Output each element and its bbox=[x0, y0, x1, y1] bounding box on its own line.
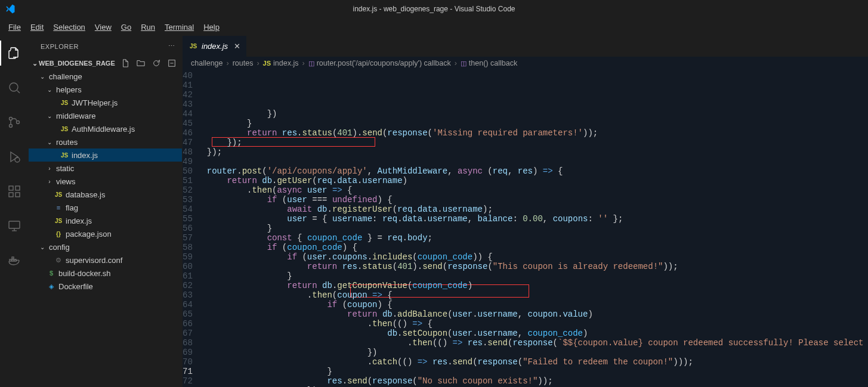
menu-selection[interactable]: Selection bbox=[48, 20, 89, 34]
menu-view[interactable]: View bbox=[90, 20, 116, 34]
breadcrumb-symbol[interactable]: router.post('/api/coupons/apply') callba… bbox=[317, 59, 451, 67]
folder-name: WEB_DIOGENES_RAGE bbox=[39, 60, 115, 67]
tab-indexjs[interactable]: JS index.js ✕ bbox=[183, 36, 247, 57]
docker-file-icon: ◈ bbox=[47, 283, 56, 290]
folder-static[interactable]: ›static bbox=[29, 162, 182, 175]
svg-rect-10 bbox=[10, 259, 11, 261]
chevron-right-icon: › bbox=[226, 59, 230, 67]
window-title: index.js - web_diogenes_rage - Visual St… bbox=[353, 5, 515, 13]
breadcrumb-folder[interactable]: routes bbox=[233, 59, 254, 67]
collapse-icon[interactable] bbox=[168, 59, 176, 67]
remote-explorer-icon[interactable] bbox=[0, 213, 29, 239]
chevron-down-icon: ⌄ bbox=[38, 73, 47, 80]
file-package-json[interactable]: {}package.json bbox=[29, 227, 182, 240]
svg-rect-11 bbox=[12, 259, 14, 261]
sidebar-more-icon[interactable]: ⋯ bbox=[168, 42, 175, 50]
js-file-icon: JS bbox=[60, 100, 69, 106]
file-dockerfile[interactable]: ◈Dockerfile bbox=[29, 280, 182, 293]
code-editor[interactable]: 4041424344454647484950515253545556575859… bbox=[183, 70, 868, 387]
svg-rect-7 bbox=[16, 193, 20, 197]
method-icon: ◫ bbox=[308, 60, 314, 67]
file-authmiddleware[interactable]: JSAuthMiddleware.js bbox=[29, 122, 182, 135]
folder-routes[interactable]: ⌄routes bbox=[29, 135, 182, 148]
new-folder-icon[interactable] bbox=[137, 59, 145, 67]
tab-label: index.js bbox=[202, 42, 228, 51]
gear-icon: ⚙ bbox=[54, 256, 63, 264]
activity-bar bbox=[0, 36, 29, 387]
svg-rect-6 bbox=[9, 193, 13, 197]
menu-edit[interactable]: Edit bbox=[26, 20, 48, 34]
file-index-root[interactable]: JSindex.js bbox=[29, 214, 182, 227]
chevron-right-icon: › bbox=[45, 178, 54, 185]
folder-helpers[interactable]: ⌄helpers bbox=[29, 83, 182, 96]
vscode-icon bbox=[5, 4, 16, 14]
refresh-icon[interactable] bbox=[152, 59, 160, 67]
svg-point-2 bbox=[10, 125, 13, 128]
menu-bar: File Edit Selection View Go Run Terminal… bbox=[0, 18, 868, 36]
file-build-docker[interactable]: $build-docker.sh bbox=[29, 267, 182, 280]
menu-file[interactable]: File bbox=[4, 20, 26, 34]
menu-run[interactable]: Run bbox=[136, 20, 160, 34]
breadcrumb-file[interactable]: index.js bbox=[273, 59, 298, 67]
search-icon[interactable] bbox=[0, 75, 29, 100]
title-bar: index.js - web_diogenes_rage - Visual St… bbox=[0, 0, 868, 18]
file-database[interactable]: JSdatabase.js bbox=[29, 188, 182, 201]
js-file-icon: JS bbox=[189, 43, 198, 49]
chevron-down-icon: ⌄ bbox=[45, 113, 54, 119]
svg-rect-8 bbox=[16, 186, 20, 190]
chevron-down-icon: ⌄ bbox=[38, 244, 47, 250]
file-index-routes[interactable]: JSindex.js bbox=[29, 148, 182, 162]
close-icon[interactable]: ✕ bbox=[234, 42, 240, 51]
svg-point-1 bbox=[10, 117, 13, 120]
chevron-right-icon: › bbox=[255, 59, 260, 67]
svg-rect-13 bbox=[12, 257, 14, 259]
folder-views[interactable]: ›views bbox=[29, 175, 182, 188]
svg-rect-9 bbox=[9, 221, 20, 228]
chevron-down-icon: ⌄ bbox=[32, 60, 38, 67]
js-file-icon: JS bbox=[54, 191, 63, 198]
folder-section-header[interactable]: ⌄ WEB_DIOGENES_RAGE bbox=[29, 57, 182, 70]
chevron-down-icon: ⌄ bbox=[45, 86, 54, 93]
editor-group: JS index.js ✕ challenge › routes › JS in… bbox=[183, 36, 868, 387]
js-file-icon: JS bbox=[60, 152, 69, 159]
file-icon: ≡ bbox=[54, 204, 63, 211]
menu-terminal[interactable]: Terminal bbox=[160, 20, 199, 34]
js-file-icon: JS bbox=[263, 60, 271, 67]
file-supervisord[interactable]: ⚙supervisord.conf bbox=[29, 253, 182, 267]
chevron-right-icon: › bbox=[45, 165, 54, 172]
svg-rect-5 bbox=[9, 186, 13, 190]
breadcrumb[interactable]: challenge › routes › JS index.js › ◫ rou… bbox=[183, 57, 868, 70]
svg-point-4 bbox=[15, 157, 20, 162]
js-file-icon: JS bbox=[60, 126, 69, 132]
menu-go[interactable]: Go bbox=[116, 20, 136, 34]
new-file-icon[interactable] bbox=[121, 59, 129, 67]
editor-tabs: JS index.js ✕ bbox=[183, 36, 868, 57]
run-debug-icon[interactable] bbox=[0, 144, 29, 169]
sidebar-title: EXPLORER bbox=[41, 43, 79, 50]
shell-file-icon: $ bbox=[47, 270, 56, 277]
code-content[interactable]: }) } return res.status(401).send(respons… bbox=[202, 70, 868, 387]
source-control-icon[interactable] bbox=[0, 110, 29, 135]
line-number-gutter: 4041424344454647484950515253545556575859… bbox=[183, 70, 202, 387]
menu-help[interactable]: Help bbox=[199, 20, 224, 34]
breadcrumb-folder[interactable]: challenge bbox=[191, 59, 223, 67]
folder-middleware[interactable]: ⌄middleware bbox=[29, 109, 182, 122]
js-file-icon: JS bbox=[54, 218, 63, 224]
breadcrumb-symbol[interactable]: then() callback bbox=[469, 59, 517, 67]
file-tree: ⌄challenge ⌄helpers JSJWTHelper.js ⌄midd… bbox=[29, 70, 182, 293]
svg-point-0 bbox=[10, 83, 18, 91]
json-file-icon: {} bbox=[54, 231, 63, 237]
svg-point-3 bbox=[17, 121, 20, 124]
folder-challenge[interactable]: ⌄challenge bbox=[29, 70, 182, 83]
chevron-right-icon: › bbox=[301, 59, 305, 67]
file-jwthelper[interactable]: JSJWTHelper.js bbox=[29, 96, 182, 109]
chevron-right-icon: › bbox=[453, 59, 458, 67]
docker-icon[interactable] bbox=[0, 248, 29, 273]
extensions-icon[interactable] bbox=[0, 179, 29, 204]
chevron-down-icon: ⌄ bbox=[45, 139, 54, 145]
file-flag[interactable]: ≡flag bbox=[29, 201, 182, 214]
explorer-icon[interactable] bbox=[0, 41, 29, 66]
folder-config[interactable]: ⌄config bbox=[29, 240, 182, 253]
method-icon: ◫ bbox=[461, 60, 467, 67]
sidebar: EXPLORER ⋯ ⌄ WEB_DIOGENES_RAGE ⌄challeng… bbox=[29, 36, 183, 387]
